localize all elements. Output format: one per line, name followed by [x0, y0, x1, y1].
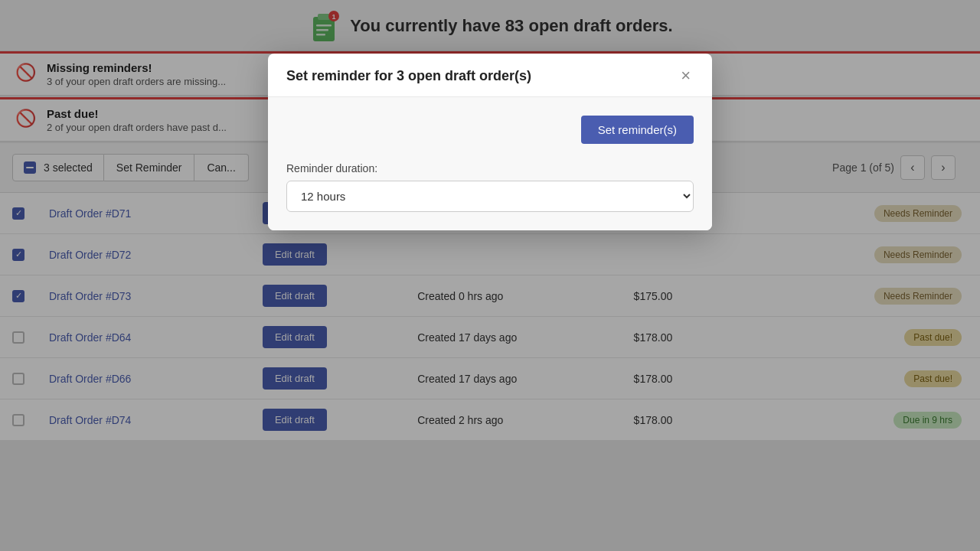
modal-header: Set reminder for 3 open draft order(s) ×: [268, 54, 712, 97]
modal-title: Set reminder for 3 open draft order(s): [286, 68, 531, 84]
set-reminder-modal: Set reminder for 3 open draft order(s) ×…: [268, 54, 712, 230]
duration-label: Reminder duration:: [286, 162, 694, 174]
duration-select[interactable]: 12 hours24 hours48 hours1 week: [286, 181, 694, 212]
modal-actions: Set reminder(s): [286, 116, 694, 144]
modal-close-btn[interactable]: ×: [678, 67, 694, 84]
modal-overlay: Set reminder for 3 open draft order(s) ×…: [0, 0, 980, 551]
set-reminders-btn[interactable]: Set reminder(s): [581, 116, 694, 144]
modal-body: Set reminder(s) Reminder duration: 12 ho…: [268, 97, 712, 230]
